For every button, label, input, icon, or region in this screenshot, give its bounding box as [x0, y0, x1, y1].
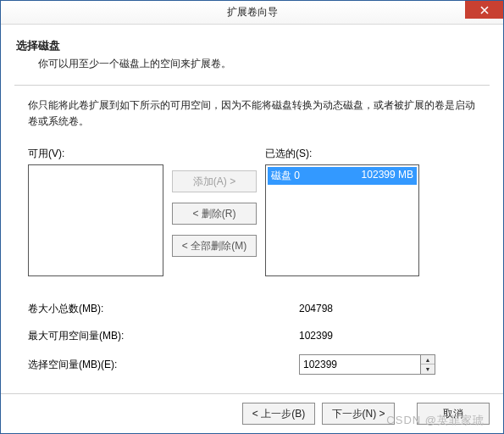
remove-button[interactable]: < 删除(R)	[172, 203, 257, 225]
content: 选择磁盘 你可以用至少一个磁盘上的空间来扩展卷。 你只能将此卷扩展到如下所示的可…	[1, 25, 503, 393]
select-amount-row: 选择空间量(MB)(E): ▲ ▼	[28, 354, 476, 375]
next-button[interactable]: 下一步(N) >	[322, 403, 395, 425]
available-label: 可用(V):	[28, 147, 163, 161]
select-amount-label: 选择空间量(MB)(E):	[28, 358, 299, 372]
select-amount-input[interactable]	[300, 355, 420, 374]
spin-down-button[interactable]: ▼	[421, 364, 435, 374]
available-listbox[interactable]	[28, 164, 163, 276]
remove-all-button[interactable]: < 全部删除(M)	[172, 235, 257, 257]
fields: 卷大小总数(MB): 204798 最大可用空间量(MB): 102399 选择…	[28, 300, 476, 385]
close-icon	[480, 6, 489, 14]
max-available-row: 最大可用空间量(MB): 102399	[28, 327, 476, 344]
cancel-button[interactable]: 取消	[417, 403, 490, 425]
footer: < 上一步(B) 下一步(N) > 取消 CSDN @英菲家琥	[1, 393, 503, 433]
dialog-window: 扩展卷向导 选择磁盘 你可以用至少一个磁盘上的空间来扩展卷。 你只能将此卷扩展到…	[0, 0, 504, 434]
disk-picker: 可用(V): 添加(A) > < 删除(R) < 全部删除(M) 已选的(S):…	[28, 147, 476, 276]
divider	[14, 85, 490, 86]
add-button[interactable]: 添加(A) >	[172, 170, 257, 192]
description-text: 你只能将此卷扩展到如下所示的可用空间，因为不能将磁盘转换为动态磁盘，或者被扩展的…	[28, 97, 476, 130]
section-title: 选择磁盘	[16, 38, 490, 53]
list-item[interactable]: 磁盘 0 102399 MB	[268, 167, 417, 185]
total-size-row: 卷大小总数(MB): 204798	[28, 300, 476, 317]
titlebar-title: 扩展卷向导	[227, 5, 278, 19]
section-subtitle: 你可以用至少一个磁盘上的空间来扩展卷。	[38, 57, 490, 71]
total-size-label: 卷大小总数(MB):	[28, 302, 299, 316]
selected-column: 已选的(S): 磁盘 0 102399 MB	[265, 147, 419, 276]
spin-up-button[interactable]: ▲	[421, 355, 435, 364]
available-column: 可用(V):	[28, 147, 163, 276]
list-item-name: 磁盘 0	[271, 169, 300, 183]
max-available-label: 最大可用空间量(MB):	[28, 329, 299, 343]
transfer-buttons: 添加(A) > < 删除(R) < 全部删除(M)	[163, 147, 265, 276]
total-size-value: 204798	[299, 300, 333, 317]
close-button[interactable]	[465, 1, 503, 19]
spin-buttons: ▲ ▼	[420, 355, 435, 374]
back-button[interactable]: < 上一步(B)	[242, 403, 315, 425]
titlebar: 扩展卷向导	[1, 1, 503, 25]
selected-label: 已选的(S):	[265, 147, 419, 161]
list-item-size: 102399 MB	[362, 169, 413, 183]
select-amount-spinbox: ▲ ▼	[299, 354, 435, 375]
selected-listbox[interactable]: 磁盘 0 102399 MB	[265, 164, 419, 276]
max-available-value: 102399	[299, 327, 333, 344]
